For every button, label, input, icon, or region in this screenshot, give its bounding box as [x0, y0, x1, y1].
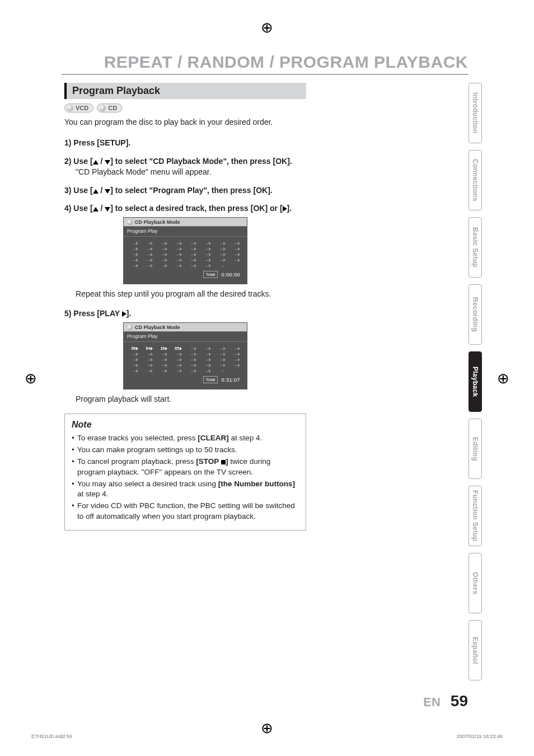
note-item-4: You may also select a desired track usin… [72, 479, 299, 500]
osd-body: ----------------------------------------… [124, 237, 247, 284]
osd-body: 09041005--------------------------------… [124, 342, 247, 389]
osd-slot: -- [215, 264, 228, 267]
osd-slot: -- [215, 363, 228, 367]
tab-introduction[interactable]: Introduction [469, 83, 482, 143]
osd-slot: -- [128, 252, 141, 256]
osd-slot: -- [200, 264, 213, 267]
tab-connections[interactable]: Connections [469, 150, 482, 210]
page-title: REPEAT / RANDOM / PROGRAM PLAYBACK [104, 53, 468, 72]
registration-mark-right: ⊕ [497, 369, 509, 387]
print-slug: E7H51UD.indd 59 2007/02/19 18:23:46 [0, 734, 534, 739]
osd-slot: -- [143, 247, 156, 251]
osd-title-text: CD Playback Mode [135, 219, 180, 225]
disc-icon [67, 105, 73, 111]
osd-slot: -- [215, 252, 228, 256]
section-heading: Program Playback [64, 83, 306, 99]
badge-cd: CD [97, 104, 122, 112]
tab-playback[interactable]: Playback [469, 351, 482, 412]
osd-slot: -- [229, 352, 242, 356]
osd-screenshot-1: CD Playback Mode Program Play ----------… [64, 217, 306, 284]
down-arrow-icon [105, 207, 110, 212]
osd-slot: -- [229, 358, 242, 361]
tab-label: Basic Setup [471, 227, 479, 267]
step-4-c: ] to select a desired track, then press … [110, 204, 282, 213]
osd-slot: -- [128, 352, 141, 356]
osd-subtitle: Program Play [124, 332, 247, 342]
osd-total-time: 0:31:07 [221, 377, 240, 383]
tab-others[interactable]: Others [469, 553, 482, 613]
osd-slot: -- [157, 358, 170, 361]
osd-slot: -- [215, 346, 228, 350]
osd-total-row: Total 0:31:07 [128, 373, 242, 386]
badge-cd-label: CD [108, 105, 117, 111]
note-item-3: To cancel program playback, press [STOP … [72, 457, 299, 478]
side-tabs: Introduction Connections Basic Setup Rec… [469, 83, 482, 680]
osd-slot: -- [172, 369, 185, 373]
osd-total-label: Total [203, 271, 218, 278]
osd-slot: -- [172, 363, 185, 367]
osd-slot: -- [143, 369, 156, 373]
down-arrow-icon [105, 189, 110, 194]
step-5-a: 5) Press [PLAY [64, 309, 122, 318]
down-arrow-icon [105, 160, 110, 165]
osd-title-bar: CD Playback Mode [124, 218, 247, 227]
tab-editing[interactable]: Editing [469, 419, 482, 479]
registration-mark-left: ⊕ [25, 369, 37, 387]
tab-label: Others [471, 572, 479, 594]
osd-slot: -- [157, 241, 170, 245]
tab-label: Connections [471, 159, 479, 201]
step-4-after: Repeat this step until you program all t… [76, 289, 306, 299]
osd-slot: -- [229, 346, 242, 350]
osd-slot: -- [172, 352, 185, 356]
note-box: Note To erase tracks you selected, press… [64, 414, 306, 530]
up-arrow-icon [93, 189, 99, 194]
osd-slot: 04 [143, 346, 156, 350]
osd-slot: -- [128, 264, 141, 267]
tab-function-setup[interactable]: Function Setup [469, 486, 482, 546]
step-4: 4) Use [ / ] to select a desired track, … [64, 203, 306, 214]
osd-slot: -- [215, 358, 228, 361]
osd-slot: -- [157, 247, 170, 251]
osd-slot: -- [186, 258, 199, 262]
osd-slot: -- [157, 369, 170, 373]
disc-icon [99, 105, 106, 111]
disc-icon [127, 219, 133, 225]
step-3-a: 3) Use [ [64, 186, 93, 195]
step-5: 5) Press [PLAY ]. [64, 308, 306, 319]
osd-slot: -- [200, 346, 213, 350]
osd-slot: -- [229, 363, 242, 367]
osd-slot: -- [200, 252, 213, 256]
slug-left: E7H51UD.indd 59 [31, 734, 72, 739]
step-2-c: ] to select "CD Playback Mode", then pre… [110, 157, 292, 166]
osd-title-bar: CD Playback Mode [124, 323, 247, 332]
osd-total-row: Total 0:00:00 [128, 267, 242, 280]
osd-title-text: CD Playback Mode [135, 325, 180, 330]
osd-slot: -- [186, 241, 199, 245]
step-2-sub: "CD Playback Mode" menu will appear. [76, 167, 306, 177]
footer-lang: EN [423, 695, 441, 710]
stop-icon [221, 460, 226, 464]
step-2-a: 2) Use [ [64, 157, 93, 166]
osd-slot: -- [128, 369, 141, 373]
osd-slot: -- [143, 258, 156, 262]
osd-slot: -- [200, 369, 213, 373]
play-arrow-icon [122, 311, 127, 317]
tab-basic-setup[interactable]: Basic Setup [469, 217, 482, 278]
osd-slot: -- [128, 241, 141, 245]
note-item-2: You can make program settings up to 50 t… [72, 445, 299, 456]
up-arrow-icon [93, 207, 99, 212]
main-column: Program Playback VCD CD You can program … [64, 83, 306, 530]
step-2: 2) Use [ / ] to select "CD Playback Mode… [64, 156, 306, 177]
slug-right: 2007/02/19 18:23:46 [456, 734, 503, 739]
osd-slot: -- [157, 258, 170, 262]
osd-slot: -- [157, 252, 170, 256]
osd-slot: -- [172, 241, 185, 245]
note-heading: Note [72, 420, 299, 430]
osd-slot: -- [172, 358, 185, 361]
osd-subtitle: Program Play [124, 227, 247, 237]
tab-recording[interactable]: Recording [469, 284, 482, 345]
osd-total-time: 0:00:00 [221, 272, 240, 278]
step-4-b: / [99, 204, 105, 213]
tab-espanol[interactable]: Español [469, 620, 482, 680]
osd-screenshot-2: CD Playback Mode Program Play 09041005--… [64, 322, 306, 389]
